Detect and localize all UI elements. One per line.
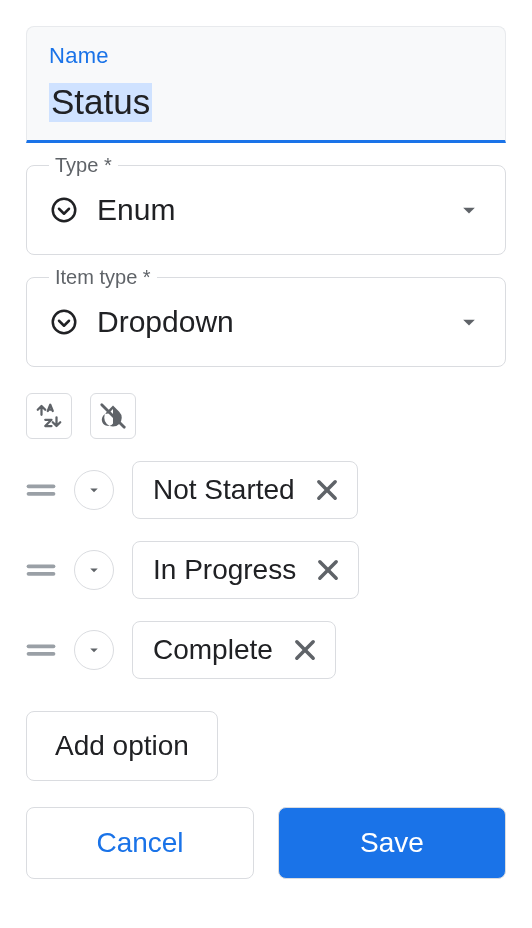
- remove-option-button[interactable]: [291, 636, 319, 664]
- option-row: Complete: [26, 621, 506, 679]
- add-option-button[interactable]: Add option: [26, 711, 218, 781]
- option-row: Not Started: [26, 461, 506, 519]
- invert-colors-off-icon: [98, 401, 128, 431]
- option-label: In Progress: [153, 554, 296, 586]
- svg-point-1: [53, 310, 76, 333]
- option-label: Complete: [153, 634, 273, 666]
- drag-handle-icon[interactable]: [26, 640, 56, 660]
- option-color-button[interactable]: [74, 470, 114, 510]
- chevron-down-icon: [455, 196, 483, 224]
- item-type-value: Dropdown: [97, 305, 437, 339]
- sort-az-icon: [34, 401, 64, 431]
- drag-handle-icon[interactable]: [26, 480, 56, 500]
- item-type-select[interactable]: Item type * Dropdown: [26, 277, 506, 367]
- item-type-label: Item type *: [49, 266, 157, 289]
- option-color-button[interactable]: [74, 550, 114, 590]
- cancel-button[interactable]: Cancel: [26, 807, 254, 879]
- option-color-button[interactable]: [74, 630, 114, 670]
- option-row: In Progress: [26, 541, 506, 599]
- option-label: Not Started: [153, 474, 295, 506]
- sort-az-button[interactable]: [26, 393, 72, 439]
- option-chip[interactable]: In Progress: [132, 541, 359, 599]
- remove-option-button[interactable]: [313, 476, 341, 504]
- save-button[interactable]: Save: [278, 807, 506, 879]
- name-input-value[interactable]: Status: [49, 83, 152, 122]
- name-field[interactable]: Name Status: [26, 26, 506, 143]
- option-chip[interactable]: Not Started: [132, 461, 358, 519]
- color-off-button[interactable]: [90, 393, 136, 439]
- drag-handle-icon[interactable]: [26, 560, 56, 580]
- chevron-down-icon: [455, 308, 483, 336]
- type-select[interactable]: Type * Enum: [26, 165, 506, 255]
- type-value: Enum: [97, 193, 437, 227]
- name-label: Name: [49, 43, 483, 69]
- svg-point-0: [53, 198, 76, 221]
- remove-option-button[interactable]: [314, 556, 342, 584]
- option-chip[interactable]: Complete: [132, 621, 336, 679]
- type-label: Type *: [49, 154, 118, 177]
- circle-caret-icon: [49, 195, 79, 225]
- circle-caret-icon: [49, 307, 79, 337]
